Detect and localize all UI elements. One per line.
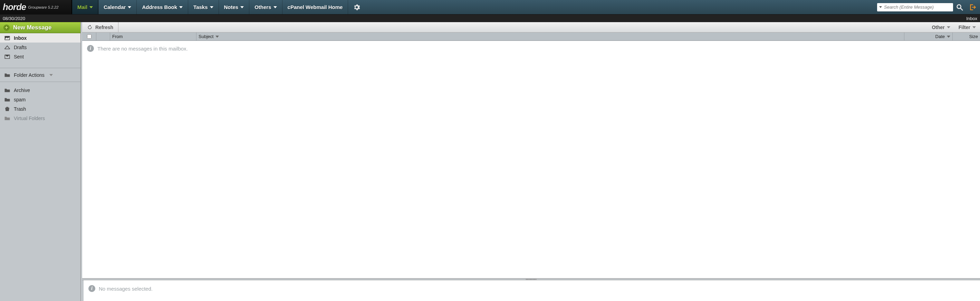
preview-empty-text: No messages selected.	[99, 286, 153, 291]
folder-icon	[4, 72, 10, 78]
refresh-label: Refresh	[95, 24, 113, 30]
folder-icon	[4, 97, 10, 102]
folder-drafts-label: Drafts	[14, 45, 27, 50]
nav-mail[interactable]: Mail	[72, 0, 99, 14]
search-input[interactable]	[884, 5, 951, 10]
mail-toolbar: Refresh Other Filter	[82, 22, 980, 32]
column-subject[interactable]: Subject	[196, 32, 904, 40]
nav-cpanel[interactable]: cPanel Webmail Home	[282, 0, 348, 14]
column-from[interactable]: From	[110, 32, 196, 40]
splitter-handle[interactable]	[82, 278, 980, 280]
refresh-icon	[87, 24, 92, 30]
folder-spam-label: spam	[14, 97, 25, 102]
refresh-button[interactable]: Refresh	[82, 22, 118, 32]
brand-tagline: Groupware 5.2.22	[28, 5, 58, 10]
column-date[interactable]: Date	[904, 32, 952, 40]
plus-icon: +	[3, 24, 10, 31]
chevron-down-icon	[972, 26, 976, 28]
sidebar: + New Message Inbox Drafts Sent	[0, 22, 81, 301]
chevron-down-icon	[274, 6, 277, 8]
other-label: Other	[932, 24, 945, 30]
drafts-icon	[4, 45, 10, 50]
search-area	[873, 0, 980, 14]
nav-addressbook[interactable]: Address Book	[137, 0, 188, 14]
brand-logo: horde	[3, 2, 26, 13]
nav-addressbook-label: Address Book	[142, 4, 177, 10]
settings-button[interactable]	[348, 0, 365, 14]
column-size-label: Size	[969, 34, 978, 39]
nav-notes-label: Notes	[224, 4, 239, 10]
logout-icon	[969, 3, 977, 11]
folder-actions-label: Folder Actions	[14, 72, 45, 78]
column-headers: From Subject Date Size	[82, 32, 980, 41]
new-message-label: New Message	[13, 24, 52, 31]
gear-icon	[353, 4, 360, 11]
sub-bar: 08/30/2020 Inbox	[0, 14, 980, 22]
column-from-label: From	[112, 34, 123, 39]
subbar-date: 08/30/2020	[3, 16, 25, 21]
empty-mailbox-message: i There are no messages in this mailbox.	[87, 45, 975, 52]
search-button[interactable]	[956, 3, 963, 11]
trash-icon	[4, 106, 10, 112]
nav-cpanel-label: cPanel Webmail Home	[288, 4, 343, 10]
folder-archive-label: Archive	[14, 88, 30, 93]
chevron-down-icon[interactable]	[879, 6, 882, 8]
column-subject-label: Subject	[199, 34, 213, 39]
folder-sent[interactable]: Sent	[0, 52, 80, 61]
nav-notes[interactable]: Notes	[219, 0, 250, 14]
folder-archive[interactable]: Archive	[0, 85, 80, 95]
chevron-down-icon	[240, 6, 244, 8]
nav-items: Mail Calendar Address Book Tasks Notes O…	[72, 0, 348, 14]
folder-sent-label: Sent	[14, 54, 24, 59]
filter-dropdown[interactable]: Filter	[955, 24, 980, 30]
sort-desc-icon	[947, 36, 950, 38]
inbox-icon	[4, 35, 10, 41]
chevron-down-icon	[128, 6, 131, 8]
folder-actions[interactable]: Folder Actions	[0, 70, 80, 80]
nav-calendar[interactable]: Calendar	[99, 0, 137, 14]
content-area: Refresh Other Filter From Subject	[81, 22, 980, 301]
column-date-label: Date	[935, 34, 945, 39]
column-size[interactable]: Size	[952, 32, 980, 40]
search-box[interactable]	[877, 3, 953, 11]
top-nav: horde Groupware 5.2.22 Mail Calendar Add…	[0, 0, 980, 14]
new-message-button[interactable]: + New Message	[0, 22, 80, 33]
folder-icon	[4, 88, 10, 93]
other-dropdown[interactable]: Other	[928, 24, 954, 30]
search-icon	[956, 3, 963, 11]
select-all-checkbox[interactable]	[87, 34, 92, 39]
nav-tasks[interactable]: Tasks	[188, 0, 219, 14]
preview-pane: i No messages selected.	[82, 280, 980, 301]
logout-button[interactable]	[966, 3, 977, 11]
svg-line-1	[961, 8, 963, 10]
svg-rect-2	[6, 107, 8, 107]
subbar-context: Inbox	[966, 16, 977, 21]
chevron-down-icon	[947, 26, 950, 28]
folder-inbox-label: Inbox	[14, 35, 27, 41]
info-icon: i	[87, 45, 94, 52]
main-area: + New Message Inbox Drafts Sent	[0, 22, 980, 301]
nav-others-label: Others	[255, 4, 271, 10]
empty-mailbox-text: There are no messages in this mailbox.	[97, 46, 188, 51]
info-icon: i	[88, 285, 95, 292]
folder-trash-label: Trash	[14, 106, 26, 112]
sort-desc-icon	[215, 36, 219, 38]
chevron-down-icon	[179, 6, 183, 8]
filter-label: Filter	[959, 24, 970, 30]
nav-calendar-label: Calendar	[103, 4, 126, 10]
select-all-column[interactable]	[82, 34, 96, 39]
chevron-down-icon	[89, 6, 93, 8]
folder-trash[interactable]: Trash	[0, 104, 80, 114]
nav-others[interactable]: Others	[249, 0, 282, 14]
sent-icon	[4, 54, 10, 59]
folder-virtual[interactable]: Virtual Folders	[0, 114, 80, 123]
folder-virtual-label: Virtual Folders	[14, 115, 45, 121]
folder-inbox[interactable]: Inbox	[0, 33, 80, 43]
flag-column[interactable]	[96, 32, 110, 40]
folder-spam[interactable]: spam	[0, 95, 80, 104]
brand-area: horde Groupware 5.2.22	[0, 0, 72, 14]
folder-icon	[4, 115, 10, 121]
nav-tasks-label: Tasks	[193, 4, 208, 10]
message-list: i There are no messages in this mailbox.	[82, 41, 980, 278]
folder-drafts[interactable]: Drafts	[0, 43, 80, 52]
